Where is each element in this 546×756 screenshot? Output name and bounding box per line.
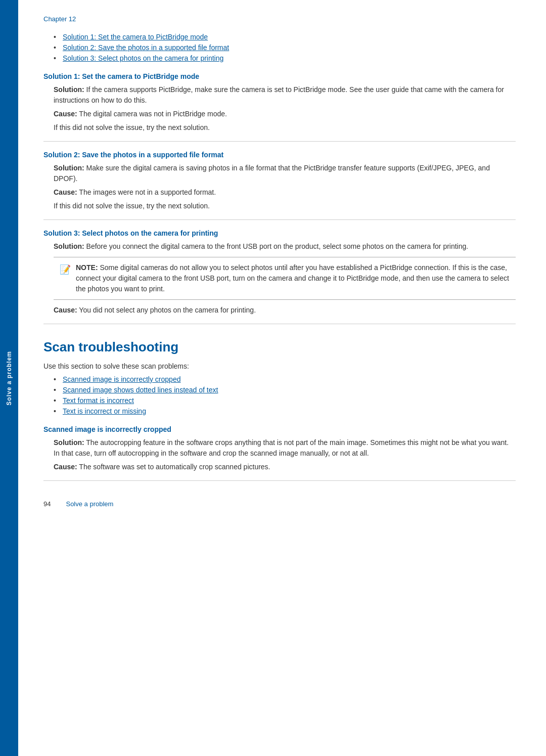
toc-link-3[interactable]: Solution 3: Select photos on the camera … — [63, 54, 223, 62]
footer-link[interactable]: Solve a problem — [66, 500, 113, 508]
divider-2 — [43, 219, 516, 220]
scan-item-4: Text is incorrect or missing — [54, 407, 516, 415]
scan-link-1[interactable]: Scanned image is incorrectly cropped — [63, 375, 180, 383]
scan-item-1: Scanned image is incorrectly cropped — [54, 375, 516, 383]
scan-section-title: Scan troubleshooting — [43, 339, 516, 355]
solution2-heading: Solution 2: Save the photos in a support… — [43, 151, 516, 159]
solution-label-2: Solution: — [54, 164, 84, 172]
scan-intro: Use this section to solve these scan pro… — [43, 362, 516, 370]
solution2-cause-body: The images were not in a supported forma… — [79, 188, 216, 196]
solution3-block: Solution: Before you connect the digital… — [54, 241, 516, 316]
note-content: NOTE: Some digital cameras do not allow … — [76, 262, 510, 294]
main-content: Chapter 12 Solution 1: Set the camera to… — [18, 0, 546, 756]
scan-list: Scanned image is incorrectly cropped Sca… — [54, 375, 516, 415]
toc-list: Solution 1: Set the camera to PictBridge… — [54, 33, 516, 62]
solution3-heading: Solution 3: Select photos on the camera … — [43, 229, 516, 237]
note-body: Some digital cameras do not allow you to… — [76, 263, 509, 293]
sidebar: Solve a problem — [0, 0, 18, 756]
solution1-cause: Cause: The digital camera was not in Pic… — [54, 109, 516, 119]
scan-link-4[interactable]: Text is incorrect or missing — [63, 407, 146, 415]
solution1-next: If this did not solve the issue, try the… — [54, 122, 516, 133]
solution3-cause-body: You did not select any photos on the cam… — [79, 306, 256, 314]
solution3-body: Before you connect the digital camera to… — [86, 242, 469, 250]
toc-item-1: Solution 1: Set the camera to PictBridge… — [54, 33, 516, 41]
chapter-label: Chapter 12 — [43, 15, 516, 23]
toc-link-1[interactable]: Solution 1: Set the camera to PictBridge… — [63, 33, 208, 41]
page-wrapper: Solve a problem Chapter 12 Solution 1: S… — [0, 0, 546, 756]
solution1-block: Solution: If the camera supports PictBri… — [54, 84, 516, 133]
cause-label-cropped: Cause: — [54, 463, 77, 471]
solution1-body: If the camera supports PictBridge, make … — [54, 85, 504, 104]
scan-item-2: Scanned image shows dotted lines instead… — [54, 386, 516, 394]
solution2-cause: Cause: The images were not in a supporte… — [54, 187, 516, 198]
toc-item-3: Solution 3: Select photos on the camera … — [54, 54, 516, 62]
toc-item-2: Solution 2: Save the photos in a support… — [54, 43, 516, 52]
solution2-block: Solution: Make sure the digital camera i… — [54, 163, 516, 211]
cropped-heading: Scanned image is incorrectly cropped — [43, 425, 516, 433]
note-label: NOTE: — [76, 263, 98, 272]
divider-3 — [43, 324, 516, 324]
cause-label-2: Cause: — [54, 188, 77, 196]
scan-item-3: Text format is incorrect — [54, 396, 516, 405]
cropped-solution-text: Solution: The autocropping feature in th… — [54, 437, 516, 459]
solution2-next: If this did not solve the issue, try the… — [54, 201, 516, 211]
footer: 94 Solve a problem — [43, 496, 516, 508]
solution3-text: Solution: Before you connect the digital… — [54, 241, 516, 252]
note-box: 📝 NOTE: Some digital cameras do not allo… — [54, 257, 516, 300]
solution-label: Solution: — [54, 85, 84, 94]
scan-link-2[interactable]: Scanned image shows dotted lines instead… — [63, 386, 218, 394]
cropped-body: The autocropping feature in the software… — [54, 438, 509, 457]
cropped-cause: Cause: The software was set to automatic… — [54, 462, 516, 472]
solution1-cause-body: The digital camera was not in PictBridge… — [79, 110, 227, 118]
solution1-heading: Solution 1: Set the camera to PictBridge… — [43, 72, 516, 80]
sidebar-label: Solve a problem — [6, 351, 13, 406]
divider-4 — [43, 480, 516, 481]
solution2-text: Solution: Make sure the digital camera i… — [54, 163, 516, 184]
note-icon: 📝 — [60, 263, 71, 294]
solution3-cause: Cause: You did not select any photos on … — [54, 305, 516, 316]
solution-label-cropped: Solution: — [54, 438, 84, 447]
divider-1 — [43, 141, 516, 142]
solution-label-3: Solution: — [54, 242, 84, 250]
toc-link-2[interactable]: Solution 2: Save the photos in a support… — [63, 43, 229, 52]
scan-link-3[interactable]: Text format is incorrect — [63, 396, 134, 405]
cause-label-3: Cause: — [54, 306, 77, 314]
solution1-text: Solution: If the camera supports PictBri… — [54, 84, 516, 106]
cropped-cause-body: The software was set to automatically cr… — [79, 463, 270, 471]
cropped-block: Solution: The autocropping feature in th… — [54, 437, 516, 472]
page-number: 94 — [43, 500, 51, 508]
solution2-body: Make sure the digital camera is saving p… — [54, 164, 490, 183]
cause-label-1: Cause: — [54, 110, 77, 118]
